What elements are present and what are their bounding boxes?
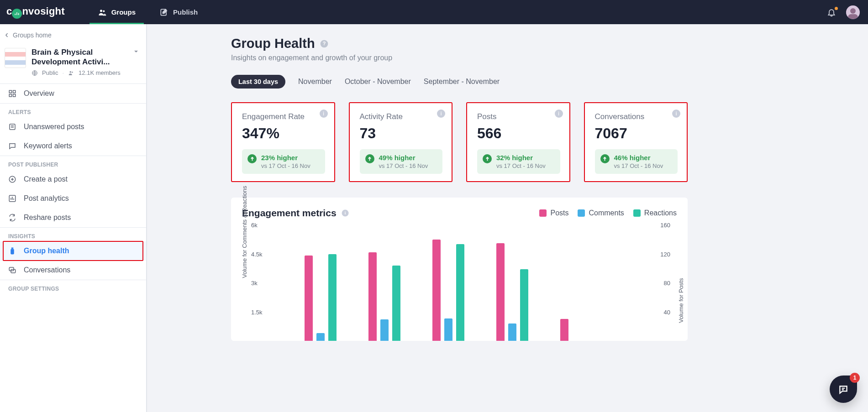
nav-tab-publish[interactable]: Publish [151,0,206,24]
svg-point-8 [70,71,72,73]
range-sep-nov[interactable]: September - November [424,78,500,86]
kpi-title: Posts [477,112,497,121]
group-thumb-icon [5,48,26,68]
info-icon[interactable]: i [320,110,328,118]
range-oct-nov[interactable]: October - November [345,78,411,86]
legend-label: Reactions [644,209,677,217]
svg-point-9 [72,72,73,73]
group-dropdown-caret[interactable] [133,49,139,54]
bar-group [489,243,535,341]
kpi-posts: Posts i 566 32% highervs 17 Oct - 16 Nov [466,102,570,182]
kpi-engagement-rate: Engagement Rate i 347% 23% highervs 17 O… [231,102,335,182]
kpi-value: 7067 [595,125,678,142]
notification-dot-icon [835,7,838,10]
chart-title-text: Engagement metrics [242,208,337,219]
sidebar-section-alerts: ALERTS [0,104,146,117]
chat-bubble[interactable]: 1 [830,375,857,403]
legend-swatch-icon [633,209,641,217]
sidebar: Groups home Brain & Physical Development… [0,24,147,412]
range-last30[interactable]: Last 30 days [231,75,285,89]
info-icon[interactable]: i [672,110,680,118]
sidebar-item-overview[interactable]: Overview [0,84,146,103]
svg-rect-12 [9,94,11,97]
kpi-delta-text: 32% higher [496,154,546,162]
sidebar-item-analytics[interactable]: Post analytics [0,189,146,208]
kpi-delta: 32% highervs 17 Oct - 16 Nov [477,149,560,174]
axis-tick: 6k [251,222,258,229]
kpi-activity-rate: Activity Rate i 73 49% highervs 17 Oct -… [349,102,453,182]
kpi-grid: Engagement Rate i 347% 23% highervs 17 O… [231,102,688,182]
kpi-delta: 49% highervs 17 Oct - 16 Nov [360,149,443,174]
brand-text: nvosight [22,5,64,17]
help-icon[interactable]: ? [320,39,329,48]
group-selector[interactable]: Brain & Physical Development Activi... P… [0,44,146,84]
kpi-value: 73 [360,125,443,142]
svg-rect-11 [13,91,16,93]
kpi-title: Engagement Rate [242,112,305,121]
bar [392,266,400,341]
y-axis-left-label: Volume for Comments & Reactions [241,186,248,278]
compose-icon [159,8,168,17]
sidebar-item-label: Reshare posts [24,214,71,222]
legend-reactions[interactable]: Reactions [633,209,677,217]
svg-rect-6 [848,14,858,19]
bar [432,240,441,341]
sidebar-item-label: Post analytics [24,194,69,203]
info-icon[interactable]: i [437,110,445,118]
chevron-left-icon [5,33,9,37]
legend-comments[interactable]: Comments [578,209,624,217]
arrow-up-icon [247,154,257,163]
sidebar-item-conversations[interactable]: Conversations [0,261,146,280]
groups-home-link[interactable]: Groups home [0,24,146,44]
bar [456,244,464,341]
arrow-up-icon [483,154,492,163]
page-title-text: Group Health [231,36,315,51]
legend-label: Comments [589,209,624,217]
svg-point-1 [103,10,105,12]
bar [316,333,325,341]
bar [380,319,389,341]
info-icon[interactable]: i [341,209,349,217]
top-nav: cnvosight Groups Publish [0,0,868,24]
avatar[interactable] [846,5,860,19]
chart-plot: Volume for Comments & Reactions Volume f… [242,222,677,341]
kpi-delta: 46% highervs 17 Oct - 16 Nov [595,149,678,174]
range-nov[interactable]: November [298,78,332,86]
info-icon[interactable]: i [555,110,563,118]
axis-tick: 120 [660,250,670,257]
kpi-title: Activity Rate [360,112,403,121]
page-title: Group Health ? [231,36,688,51]
brand[interactable]: cnvosight [6,5,65,19]
bar-group [362,252,407,341]
reshare-icon [8,214,16,222]
nav-tab-groups[interactable]: Groups [89,0,144,24]
kpi-delta-text: 49% higher [379,154,428,162]
bar-group [298,254,343,341]
kpi-value: 347% [242,125,325,142]
date-range-tabs: Last 30 days November October - November… [231,75,688,89]
sidebar-item-health[interactable]: Group health [0,241,146,261]
dashboard-icon [8,89,16,98]
bar [520,269,528,341]
svg-text:?: ? [322,41,326,46]
legend-swatch-icon [578,209,585,217]
axis-tick: 80 [664,280,670,287]
sidebar-item-unanswered[interactable]: Unanswered posts [0,117,146,136]
health-icon [8,247,16,255]
sidebar-item-reshare[interactable]: Reshare posts [0,208,146,227]
nav-tab-publish-label: Publish [173,8,198,16]
globe-icon [32,70,38,76]
sidebar-item-keyword[interactable]: Keyword alerts [0,136,146,156]
kpi-delta-range: vs 17 Oct - 16 Nov [379,162,428,169]
conversations-icon [8,266,16,274]
legend-posts[interactable]: Posts [539,209,568,217]
sidebar-item-label: Overview [24,89,54,98]
users-icon [98,8,107,17]
sidebar-item-create[interactable]: Create a post [0,170,146,189]
bar [560,319,568,341]
group-members: 12.1K members [79,69,121,76]
notifications-button[interactable] [827,8,836,17]
bar-group [553,319,599,341]
legend-swatch-icon [539,209,547,217]
nav-tab-groups-label: Groups [111,8,136,16]
